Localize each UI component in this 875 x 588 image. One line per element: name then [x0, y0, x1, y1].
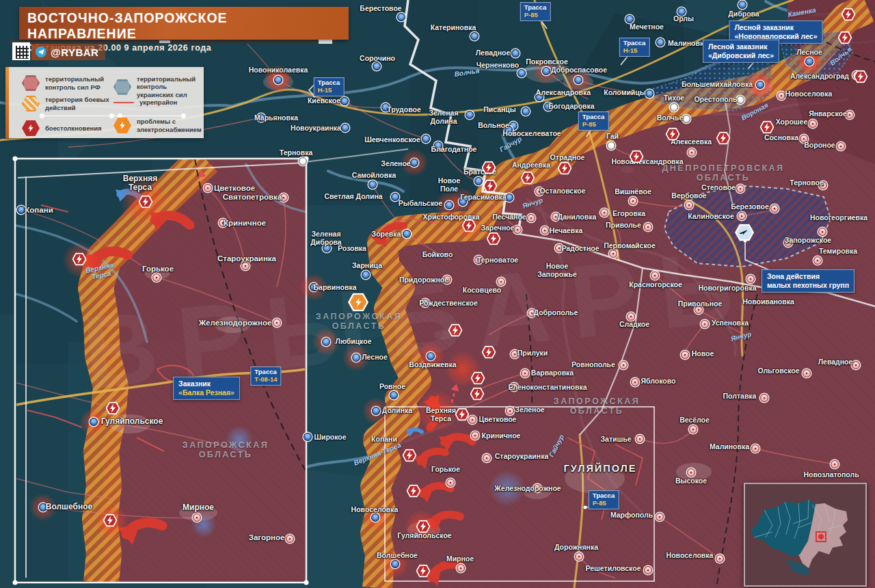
- callout-line: Лесной заказник: [708, 42, 774, 51]
- town-label: Андреевка: [512, 161, 550, 170]
- town-marker: [756, 81, 764, 89]
- town-label: Любицкое: [336, 338, 372, 346]
- clash-icon: [487, 232, 501, 245]
- town-label: Долинка: [382, 407, 412, 415]
- region-label: ЗАПОРОЖСКАЯ ОБЛАСТЬ: [316, 312, 402, 331]
- town-label: Розовка: [338, 245, 366, 253]
- power-legend-icon: [113, 118, 131, 133]
- town-label: Орлы: [673, 15, 694, 23]
- town-label: Новоалександровка: [611, 158, 683, 166]
- town-label: Александровка: [536, 89, 591, 97]
- town-label: Широкое: [314, 433, 346, 442]
- road-badge: ТрассаР-85: [589, 490, 619, 509]
- town-marker: [644, 566, 652, 574]
- town-label: Писанцы: [483, 106, 516, 114]
- road-number: Р-85: [593, 500, 615, 507]
- town-marker: [274, 76, 282, 84]
- clash-icon-face: [463, 220, 474, 230]
- clash-icon-face: [667, 129, 678, 139]
- town-label: Новониколаевка: [249, 66, 308, 75]
- town-label: Нечаевка: [550, 227, 583, 235]
- road-number: Н-15: [623, 47, 646, 55]
- clash-icon: [407, 485, 421, 498]
- river-label: Каменка: [788, 6, 817, 18]
- rf-control-icon: [22, 75, 40, 91]
- road-badge: ТрассаН-15: [314, 77, 345, 96]
- power-icon: [348, 293, 368, 312]
- clash-icon-face: [417, 521, 429, 531]
- callout-line: малых пехотных групп: [767, 281, 849, 290]
- town-label: Сосновка: [764, 134, 798, 142]
- clash-icon-face: [104, 515, 116, 525]
- callout-line: «Дибровский лес»: [708, 51, 774, 60]
- town-label: Богодаровка: [548, 103, 594, 111]
- town-marker: [368, 181, 377, 189]
- town-marker: [193, 513, 201, 522]
- power-icon-face: [350, 295, 367, 310]
- town-marker: [645, 90, 654, 98]
- combat-zone-icon: [22, 96, 40, 111]
- town-label: Терноватое: [477, 256, 518, 265]
- town-label: Дорожнянка: [554, 544, 598, 552]
- river-label: Янчур: [522, 196, 544, 210]
- town-label: Варваровка: [531, 369, 574, 377]
- town-label: Берестовое: [360, 5, 401, 13]
- town-marker: [544, 103, 552, 111]
- town-marker: [688, 148, 696, 157]
- map-legend: территориальный контроль сил РФ территор…: [5, 67, 204, 138]
- clash-icon: [482, 161, 496, 174]
- town-marker: [651, 271, 659, 280]
- ukraine-minimap: [744, 483, 867, 587]
- callout-line: Заказник: [178, 379, 234, 388]
- town-label: Новогригоровка: [699, 284, 757, 293]
- town-label: Тихое: [664, 94, 684, 103]
- town-marker: [310, 283, 318, 291]
- town-marker: [533, 484, 541, 492]
- town-marker: [738, 1, 746, 9]
- town-label: Высокое: [675, 477, 707, 485]
- clash-icon: [106, 402, 120, 415]
- town-marker: [600, 209, 608, 217]
- clash-icon-face: [449, 325, 461, 335]
- town-marker: [323, 244, 331, 252]
- clash-icon: [416, 565, 431, 578]
- town-label: Катериновка: [431, 24, 476, 32]
- town-label: Успеновка: [712, 319, 749, 328]
- legend-fort-label: укрепрайон: [139, 98, 177, 106]
- road-number: Р-85: [582, 121, 605, 129]
- town-label: Радостное: [561, 245, 599, 253]
- river-label: Верхняя Терса: [85, 261, 116, 282]
- power-radiance: [226, 426, 253, 453]
- clash-icon: [470, 388, 485, 401]
- town-marker: [474, 256, 483, 264]
- clash-icon-face: [403, 450, 415, 460]
- town-marker: [527, 214, 535, 222]
- town-marker: [286, 535, 294, 543]
- road-badge: ТрассаТ-08-14: [250, 366, 281, 386]
- town-label: Вороное: [804, 142, 835, 150]
- road-number: Н-15: [318, 87, 340, 94]
- qr-code: [12, 42, 30, 60]
- town-marker: [803, 369, 811, 377]
- town-label: Ровнополье: [571, 361, 615, 369]
- clash-icon: [558, 162, 572, 175]
- town-marker: [403, 230, 411, 238]
- clash-icon-face: [854, 71, 866, 81]
- town-marker: [738, 212, 746, 220]
- town-label: Герасимовка: [460, 193, 506, 202]
- clash-icon: [482, 346, 496, 359]
- town-label: Коломийцы: [604, 89, 645, 97]
- town-label: Мечетное: [630, 23, 664, 31]
- clash-icon-face: [139, 196, 151, 206]
- town-label: Воздвижевка: [409, 361, 456, 369]
- power-radiance: [489, 470, 525, 506]
- town-marker: [241, 262, 250, 270]
- town-label: Светлая Долина: [324, 193, 382, 201]
- town-marker: [777, 92, 785, 100]
- town-label: Прилуки: [517, 349, 548, 358]
- town-marker: [504, 126, 513, 134]
- town-marker: [304, 433, 312, 441]
- town-marker: [505, 193, 513, 202]
- town-label: Орестополь: [694, 96, 737, 104]
- town-label: Волчье: [657, 114, 684, 122]
